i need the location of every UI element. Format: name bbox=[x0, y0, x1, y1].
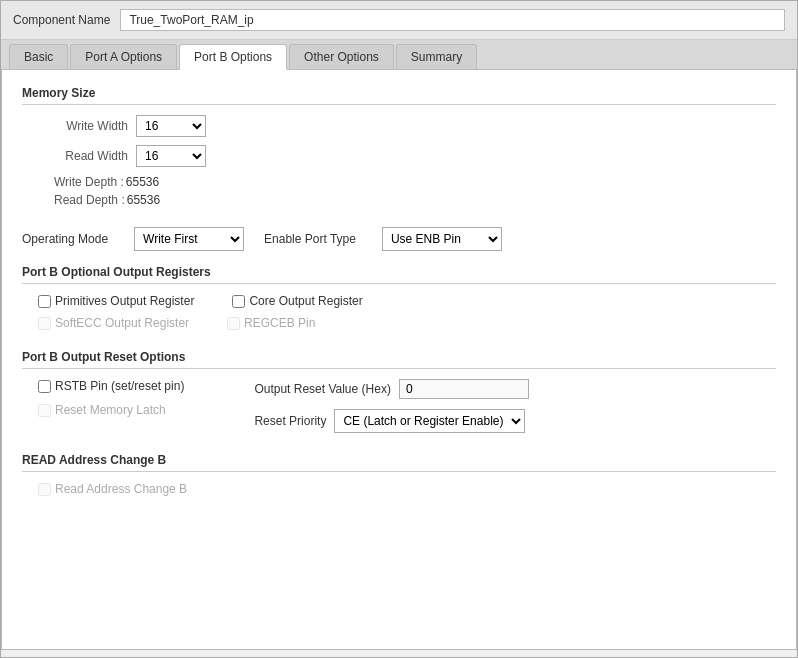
port-b-reset-title: Port B Output Reset Options bbox=[22, 350, 776, 369]
port-b-reset-section: Port B Output Reset Options RSTB Pin (se… bbox=[22, 350, 776, 433]
tab-basic[interactable]: Basic bbox=[9, 44, 68, 69]
read-width-label: Read Width bbox=[38, 149, 128, 163]
read-address-item: Read Address Change B bbox=[38, 482, 187, 496]
memory-size-section: Memory Size Write Width 16 8 32 64 Read … bbox=[22, 86, 776, 207]
regceb-checkbox[interactable] bbox=[227, 317, 240, 330]
core-output-label: Core Output Register bbox=[249, 294, 362, 308]
write-width-label: Write Width bbox=[38, 119, 128, 133]
softecc-label: SoftECC Output Register bbox=[55, 316, 189, 330]
port-b-optional-section: Port B Optional Output Registers Primiti… bbox=[22, 265, 776, 330]
softecc-item: SoftECC Output Register bbox=[38, 316, 189, 330]
optional-registers-row1: Primitives Output Register Core Output R… bbox=[22, 294, 776, 308]
read-address-checkbox[interactable] bbox=[38, 483, 51, 496]
reset-values: Output Reset Value (Hex) Reset Priority … bbox=[254, 379, 529, 433]
read-width-select[interactable]: 16 8 32 64 bbox=[136, 145, 206, 167]
tab-summary[interactable]: Summary bbox=[396, 44, 477, 69]
enable-port-type-label: Enable Port Type bbox=[264, 232, 356, 246]
tab-other-options[interactable]: Other Options bbox=[289, 44, 394, 69]
reset-memory-label: Reset Memory Latch bbox=[55, 403, 166, 417]
reset-memory-checkbox[interactable] bbox=[38, 404, 51, 417]
write-width-row: Write Width 16 8 32 64 bbox=[22, 115, 776, 137]
depth-rows: Write Depth : 65536 Read Depth : 65536 bbox=[22, 175, 776, 207]
reset-priority-row: Reset Priority CE (Latch or Register Ena… bbox=[254, 409, 529, 433]
component-name-bar: Component Name True_TwoPort_RAM_ip bbox=[1, 1, 797, 40]
operating-mode-label: Operating Mode bbox=[22, 232, 108, 246]
content-area: Memory Size Write Width 16 8 32 64 Read … bbox=[1, 70, 797, 650]
read-address-section: READ Address Change B Read Address Chang… bbox=[22, 453, 776, 496]
primitives-register-checkbox[interactable] bbox=[38, 295, 51, 308]
primitives-register-item: Primitives Output Register bbox=[38, 294, 194, 308]
tabs-bar: Basic Port A Options Port B Options Othe… bbox=[1, 40, 797, 70]
softecc-checkbox[interactable] bbox=[38, 317, 51, 330]
reset-priority-select[interactable]: CE (Latch or Register Enable) SR (Set/Re… bbox=[334, 409, 525, 433]
tab-port-a-options[interactable]: Port A Options bbox=[70, 44, 177, 69]
write-width-select[interactable]: 16 8 32 64 bbox=[136, 115, 206, 137]
operating-mode-select[interactable]: Write First Read First No Change bbox=[134, 227, 244, 251]
reset-priority-label: Reset Priority bbox=[254, 414, 326, 428]
core-output-item: Core Output Register bbox=[232, 294, 362, 308]
read-depth-label: Read Depth : bbox=[54, 193, 125, 207]
reset-memory-item: Reset Memory Latch bbox=[38, 403, 184, 417]
rstb-checkbox[interactable] bbox=[38, 380, 51, 393]
output-reset-input[interactable] bbox=[399, 379, 529, 399]
rstb-label: RSTB Pin (set/reset pin) bbox=[55, 379, 184, 393]
port-b-optional-title: Port B Optional Output Registers bbox=[22, 265, 776, 284]
optional-registers-row2: SoftECC Output Register REGCEB Pin bbox=[22, 316, 776, 330]
read-width-row: Read Width 16 8 32 64 bbox=[22, 145, 776, 167]
component-name-label: Component Name bbox=[13, 13, 110, 27]
regceb-item: REGCEB Pin bbox=[227, 316, 315, 330]
core-output-checkbox[interactable] bbox=[232, 295, 245, 308]
read-address-title: READ Address Change B bbox=[22, 453, 776, 472]
tab-port-b-options[interactable]: Port B Options bbox=[179, 44, 287, 70]
enable-port-type-select[interactable]: Use ENB Pin Always Enabled bbox=[382, 227, 502, 251]
rstb-item: RSTB Pin (set/reset pin) bbox=[38, 379, 184, 393]
reset-checkboxes: RSTB Pin (set/reset pin) Reset Memory La… bbox=[38, 379, 214, 417]
output-reset-row: Output Reset Value (Hex) bbox=[254, 379, 529, 399]
primitives-register-label: Primitives Output Register bbox=[55, 294, 194, 308]
main-window: Component Name True_TwoPort_RAM_ip Basic… bbox=[0, 0, 798, 658]
read-address-label: Read Address Change B bbox=[55, 482, 187, 496]
operating-mode-row: Operating Mode Write First Read First No… bbox=[22, 227, 776, 251]
output-reset-label: Output Reset Value (Hex) bbox=[254, 382, 391, 396]
read-depth-row: Read Depth : 65536 bbox=[38, 193, 776, 207]
read-depth-value: 65536 bbox=[127, 193, 160, 207]
memory-size-title: Memory Size bbox=[22, 86, 776, 105]
write-depth-row: Write Depth : 65536 bbox=[38, 175, 776, 189]
reset-options-container: RSTB Pin (set/reset pin) Reset Memory La… bbox=[22, 379, 776, 433]
read-address-row: Read Address Change B bbox=[22, 482, 776, 496]
write-depth-label: Write Depth : bbox=[54, 175, 124, 189]
component-name-value: True_TwoPort_RAM_ip bbox=[120, 9, 785, 31]
regceb-label: REGCEB Pin bbox=[244, 316, 315, 330]
write-depth-value: 65536 bbox=[126, 175, 159, 189]
